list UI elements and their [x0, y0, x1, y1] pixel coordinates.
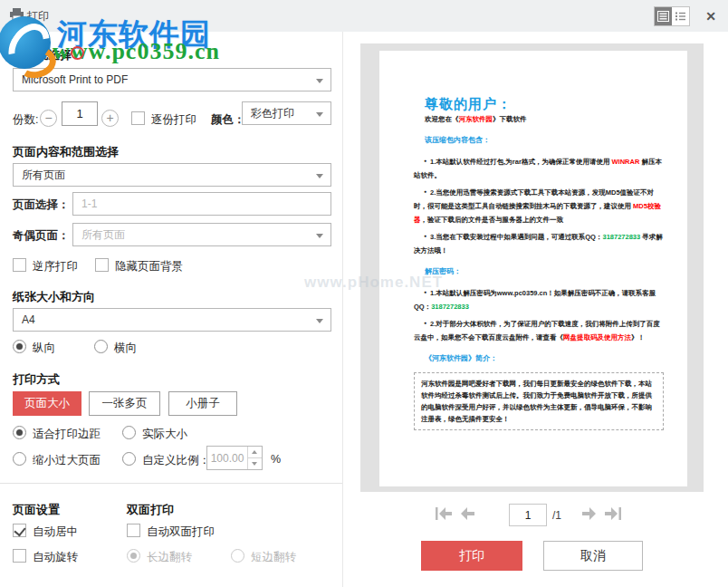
- doc-text: 3.当您在下载安装过程中如果遇到问题，可通过联系QQ：: [430, 233, 602, 241]
- mode-page-size-button[interactable]: 页面大小: [13, 391, 81, 416]
- custom-scale-radio[interactable]: [122, 452, 136, 466]
- doc-text: 尊敬的用户：: [425, 96, 512, 111]
- preview-area: 尊敬的用户：欢迎您在《河东软件园》下载软件该压缩包内容包含：●1.本站默认软件经…: [360, 43, 704, 492]
- chevron-down-icon: [316, 319, 323, 323]
- doc-paragraph-bullet: ●2.当您使用迅雷等搜索资源式下载工具下载本站资源，发现MD5值验证不对时，很可…: [414, 185, 664, 226]
- portrait-label[interactable]: 纵向: [33, 341, 55, 356]
- page-select-label: 页面选择：: [13, 197, 70, 213]
- page-range-select[interactable]: 所有页面: [13, 163, 331, 187]
- page-number-input[interactable]: 1: [509, 504, 547, 526]
- page-total-label: /1: [552, 509, 561, 522]
- actual-size-label[interactable]: 实际大小: [142, 427, 187, 442]
- custom-scale-value[interactable]: 100.00: [207, 447, 247, 469]
- fit-margins-radio[interactable]: [13, 426, 26, 439]
- preview-page: 尊敬的用户：欢迎您在《河东软件园》下载软件该压缩包内容包含：●1.本站默认软件经…: [379, 51, 687, 486]
- doc-paragraph-h2: 解压密码：: [425, 266, 664, 276]
- print-button[interactable]: 打印: [421, 541, 522, 571]
- odd-even-label: 奇偶页面：: [13, 228, 70, 244]
- chevron-down-icon: [316, 79, 323, 83]
- doc-paragraph-h1: 尊敬的用户：: [425, 96, 664, 113]
- color-select[interactable]: 彩色打印: [242, 101, 331, 125]
- doc-text: ，验证下载后的文件是否与服务器上的文件一致: [421, 216, 564, 224]
- long-edge-radio[interactable]: [127, 549, 140, 563]
- collate-checkbox[interactable]: [131, 111, 145, 125]
- method-section-title: 打印方式: [13, 371, 60, 388]
- last-page-button[interactable]: [604, 506, 622, 521]
- collate-label[interactable]: 逐份打印: [151, 112, 196, 128]
- previous-page-button[interactable]: [458, 506, 476, 521]
- doc-text: 河东软件园是网吧爱好者下载网，我们每日更新最安全的绿色软件下载，本站软件均经过杀…: [421, 380, 652, 423]
- first-page-button[interactable]: [435, 506, 453, 521]
- shrink-oversized-radio[interactable]: [13, 452, 26, 466]
- portrait-radio[interactable]: [13, 340, 26, 353]
- auto-rotate-label[interactable]: 自动旋转: [33, 550, 78, 565]
- mode-booklet-button[interactable]: 小册子: [168, 391, 237, 416]
- odd-even-select[interactable]: 所有页面: [72, 223, 331, 246]
- landscape-label[interactable]: 横向: [114, 341, 137, 356]
- color-select-value: 彩色打印: [251, 106, 294, 121]
- long-edge-label[interactable]: 长边翻转: [147, 550, 192, 565]
- doc-text: 1.本站默认软件经过打包,为rar格式，为确保正常使用请使用: [430, 158, 611, 166]
- titlebar: 打印 ✕: [0, 0, 728, 32]
- hide-background-checkbox[interactable]: [95, 258, 109, 272]
- auto-duplex-checkbox[interactable]: [127, 524, 140, 537]
- spinner-down-icon[interactable]: [248, 457, 262, 469]
- auto-duplex-label[interactable]: 自动双面打印: [147, 524, 215, 540]
- doc-paragraph-bullet: ●3.当您在下载安装过程中如果遇到问题，可通过联系QQ：3187272833 寻…: [414, 229, 664, 257]
- short-edge-label[interactable]: 短边翻转: [251, 550, 296, 565]
- printer-select-value: Microsoft Print to PDF: [22, 73, 128, 86]
- doc-text: 》！: [631, 333, 645, 342]
- doc-text: 3187272833: [431, 303, 469, 311]
- paper-size-select[interactable]: A4: [13, 308, 331, 332]
- chevron-down-icon: [316, 174, 323, 178]
- printer-icon: [9, 8, 24, 25]
- shrink-oversized-label[interactable]: 缩小过大页面: [33, 453, 101, 468]
- detail-view-button[interactable]: [655, 7, 672, 25]
- mode-multiple-button[interactable]: 一张多页: [89, 391, 160, 416]
- doc-paragraph-sub: 欢迎您在《河东软件园》下载软件: [425, 115, 664, 124]
- next-page-button[interactable]: [580, 506, 599, 521]
- copies-decrease-button[interactable]: −: [40, 110, 57, 127]
- page-range-select-value: 所有页面: [22, 168, 65, 183]
- duplex-title: 双面打印: [127, 502, 174, 518]
- doc-text: WINRAR: [611, 158, 639, 166]
- reverse-print-checkbox[interactable]: [13, 258, 26, 272]
- copies-increase-button[interactable]: +: [101, 110, 119, 127]
- actual-size-radio[interactable]: [122, 426, 136, 439]
- bullet-icon: ●: [424, 158, 426, 163]
- odd-even-select-value: 所有页面: [81, 227, 125, 243]
- list-view-button[interactable]: [672, 7, 689, 25]
- spinner-arrows: [247, 447, 262, 469]
- doc-text: 网盘提取码及使用方法: [563, 333, 631, 342]
- auto-center-checkbox[interactable]: [13, 524, 26, 537]
- landscape-radio[interactable]: [94, 340, 108, 353]
- auto-center-label[interactable]: 自动居中: [33, 524, 78, 540]
- reverse-print-label[interactable]: 逆序打印: [33, 259, 78, 274]
- custom-scale-label[interactable]: 自定义比例：: [142, 453, 210, 468]
- doc-text: 该压缩包内容包含：: [425, 136, 490, 144]
- bullet-icon: ●: [424, 320, 426, 325]
- page-setup-title: 页面设置: [13, 502, 60, 518]
- copies-input[interactable]: 1: [62, 101, 98, 126]
- watermark-ring-icon: [71, 46, 84, 60]
- bullet-icon: ●: [424, 289, 426, 294]
- doc-text: 3187272833: [602, 233, 640, 241]
- dialog-title: 打印: [27, 9, 49, 24]
- spinner-up-icon[interactable]: [248, 447, 262, 457]
- doc-text: 》下载软件: [493, 115, 527, 123]
- printer-select-label: 打印机选择: [13, 47, 72, 63]
- doc-content: 尊敬的用户：欢迎您在《河东软件园》下载软件该压缩包内容包含：●1.本站默认软件经…: [414, 96, 664, 430]
- page-select-input[interactable]: 1-1: [72, 192, 331, 216]
- copies-label: 份数:: [13, 112, 38, 128]
- fit-margins-label[interactable]: 适合打印边距: [33, 427, 101, 442]
- close-icon[interactable]: ✕: [702, 7, 720, 25]
- auto-rotate-checkbox[interactable]: [13, 549, 26, 563]
- doc-text: 欢迎您在《: [425, 115, 459, 123]
- hide-background-label[interactable]: 隐藏页面背景: [115, 259, 183, 274]
- short-edge-radio[interactable]: [231, 549, 244, 563]
- doc-paragraph-bullet: ●1.本站默认软件经过打包,为rar格式，为确保正常使用请使用 WINRAR 解…: [414, 154, 664, 182]
- cancel-button[interactable]: 取消: [543, 541, 643, 571]
- printer-select[interactable]: Microsoft Print to PDF: [13, 68, 331, 91]
- doc-text: 2.当您使用迅雷等搜索资源式下载工具下载本站资源，发现MD5值验证不对时，很可能…: [414, 188, 654, 210]
- bullet-icon: ●: [424, 233, 426, 238]
